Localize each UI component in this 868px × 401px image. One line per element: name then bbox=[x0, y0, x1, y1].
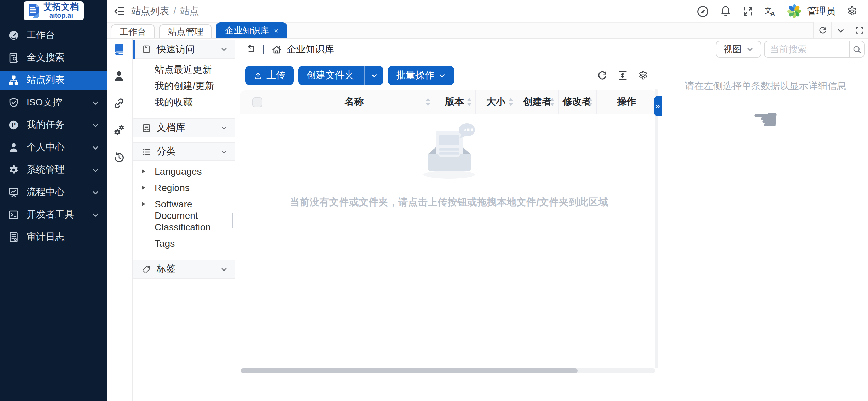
svg-text:P: P bbox=[12, 122, 16, 128]
expand-detail-tab[interactable]: » bbox=[654, 96, 662, 116]
fullscreen-icon[interactable] bbox=[742, 5, 754, 17]
horizontal-scrollbar-thumb[interactable] bbox=[241, 368, 578, 373]
sidebar-item-iso-docs[interactable]: ISO文控 bbox=[0, 93, 107, 112]
sidebar-item-site-list[interactable]: 站点列表 bbox=[0, 71, 107, 90]
user-icon bbox=[8, 142, 19, 153]
tree-section-labels[interactable]: 标签 bbox=[132, 260, 235, 279]
sidebar-item-personal-center[interactable]: 个人中心 bbox=[0, 138, 107, 157]
top-bar: 站点列表/站点 文A 管理员 bbox=[107, 0, 868, 23]
tab-enterprise-kb[interactable]: 企业知识库 × bbox=[216, 22, 287, 38]
chevron-down-icon bbox=[746, 46, 754, 53]
caret-right-icon[interactable] bbox=[142, 169, 145, 173]
panel-resize-handle[interactable] bbox=[229, 213, 233, 228]
chevron-down-icon bbox=[92, 189, 99, 196]
batch-operations-button[interactable]: 批量操作 bbox=[388, 66, 454, 85]
sidebar: 艾拓文档 aitop.ai 工作台 全文搜索 站点列表 ISO文控 bbox=[0, 0, 107, 401]
content-header-row: 企业知识库 视图 bbox=[235, 39, 868, 60]
tree-item-my-created-updated[interactable]: 我的创建/更新 bbox=[132, 78, 235, 94]
chevron-down-icon[interactable] bbox=[831, 22, 850, 38]
svg-text:A: A bbox=[770, 11, 775, 17]
tree-item-regions[interactable]: Regions bbox=[132, 180, 235, 196]
tree-section-categories[interactable]: 分类 bbox=[132, 142, 235, 161]
speech-bubble-icon bbox=[459, 123, 475, 138]
brand-subtitle: aitop.ai bbox=[44, 12, 79, 19]
close-icon[interactable]: × bbox=[274, 27, 278, 35]
tree-section-quick-access[interactable]: 快速访问 bbox=[132, 40, 235, 59]
shield-check-icon bbox=[8, 97, 19, 108]
compass-icon[interactable] bbox=[697, 5, 709, 17]
refresh-icon[interactable] bbox=[813, 22, 831, 38]
select-all-cell bbox=[240, 90, 275, 114]
workspace: 快速访问 站点最近更新 我的创建/更新 我的收藏 文档库 分类 Language… bbox=[107, 39, 868, 401]
search-icon[interactable] bbox=[849, 41, 864, 57]
sort-icon[interactable] bbox=[425, 98, 430, 106]
vertical-scrollbar[interactable] bbox=[655, 89, 658, 368]
sort-icon[interactable] bbox=[467, 98, 471, 106]
app-root: 艾拓文档 aitop.ai 工作台 全文搜索 站点列表 ISO文控 bbox=[0, 0, 868, 401]
site-list-icon bbox=[8, 75, 19, 86]
gears-icon[interactable] bbox=[113, 124, 125, 137]
link-icon[interactable] bbox=[113, 97, 125, 109]
tab-workbench[interactable]: 工作台 bbox=[111, 24, 155, 38]
tab-strip: 工作台 站点管理 企业知识库 × bbox=[107, 23, 868, 39]
tree-item-software-document-classification[interactable]: Software Document Classification bbox=[132, 196, 235, 236]
column-header-size[interactable]: 大小 bbox=[475, 90, 517, 114]
chevron-down-icon[interactable] bbox=[364, 66, 383, 85]
gear-icon[interactable] bbox=[637, 70, 648, 81]
tree-section-document-library[interactable]: 文档库 bbox=[132, 118, 235, 137]
row-height-icon[interactable] bbox=[617, 70, 628, 81]
breadcrumb-parent[interactable]: 站点列表 bbox=[131, 5, 169, 16]
bell-icon[interactable] bbox=[720, 5, 731, 17]
sidebar-item-system-admin[interactable]: 系统管理 bbox=[0, 160, 107, 179]
column-header-actions[interactable]: 操作 bbox=[596, 90, 657, 114]
history-icon[interactable] bbox=[113, 152, 125, 164]
book-icon[interactable] bbox=[113, 43, 125, 55]
content-area: 企业知识库 视图 上传 bbox=[235, 39, 868, 401]
home-icon[interactable] bbox=[271, 44, 282, 55]
upload-button[interactable]: 上传 bbox=[245, 66, 294, 85]
avatar[interactable] bbox=[787, 4, 801, 18]
search-input[interactable] bbox=[765, 41, 849, 57]
tree-item-site-recent-updates[interactable]: 站点最近更新 bbox=[132, 62, 235, 78]
column-header-name[interactable]: 名称 bbox=[275, 90, 434, 114]
chevron-down-icon bbox=[220, 148, 228, 155]
select-all-checkbox[interactable] bbox=[252, 97, 262, 107]
view-dropdown-button[interactable]: 视图 bbox=[716, 41, 761, 58]
menu-fold-icon[interactable] bbox=[114, 5, 125, 17]
column-header-creator[interactable]: 创建者 bbox=[517, 90, 558, 114]
caret-right-icon[interactable] bbox=[142, 186, 145, 190]
translate-icon[interactable]: 文A bbox=[765, 5, 776, 17]
maximize-icon[interactable] bbox=[850, 22, 868, 38]
brand-logo[interactable]: 艾拓文档 aitop.ai bbox=[23, 1, 83, 20]
sidebar-item-audit-log[interactable]: 审计日志 bbox=[0, 228, 107, 247]
person-icon[interactable] bbox=[113, 70, 125, 82]
sort-icon[interactable] bbox=[508, 98, 513, 106]
gear-icon[interactable] bbox=[846, 5, 858, 17]
sidebar-item-my-tasks[interactable]: P 我的任务 bbox=[0, 116, 107, 135]
gear-icon bbox=[8, 164, 19, 175]
refresh-icon[interactable] bbox=[596, 70, 607, 81]
chevron-down-icon bbox=[92, 144, 99, 151]
user-name[interactable]: 管理员 bbox=[807, 5, 835, 17]
column-header-version[interactable]: 版本 bbox=[434, 90, 475, 114]
create-folder-button[interactable]: 创建文件夹 bbox=[298, 66, 383, 85]
tree-item-tags[interactable]: Tags bbox=[132, 236, 235, 252]
sidebar-item-workbench[interactable]: 工作台 bbox=[0, 26, 107, 45]
sort-icon[interactable] bbox=[550, 98, 554, 106]
devtools-icon bbox=[8, 209, 19, 220]
sidebar-item-process-center[interactable]: 流程中心 bbox=[0, 183, 107, 202]
column-header-modifier[interactable]: 修改者 bbox=[558, 90, 596, 114]
sort-icon[interactable] bbox=[588, 98, 592, 106]
tab-site-management[interactable]: 站点管理 bbox=[159, 24, 212, 38]
tree-item-languages[interactable]: Languages bbox=[132, 164, 235, 180]
tree-item-my-favorites[interactable]: 我的收藏 bbox=[132, 94, 235, 111]
horizontal-scrollbar[interactable] bbox=[241, 368, 655, 373]
divider bbox=[263, 45, 264, 54]
sidebar-item-fulltext-search[interactable]: 全文搜索 bbox=[0, 48, 107, 67]
collapse-panel-icon[interactable] bbox=[245, 44, 256, 55]
caret-right-icon[interactable] bbox=[142, 202, 145, 206]
hand-point-left-icon: ☚ bbox=[663, 105, 868, 135]
chevron-down-icon bbox=[220, 46, 228, 53]
sidebar-item-developer-tools[interactable]: 开发者工具 bbox=[0, 205, 107, 224]
process-icon bbox=[8, 187, 19, 198]
